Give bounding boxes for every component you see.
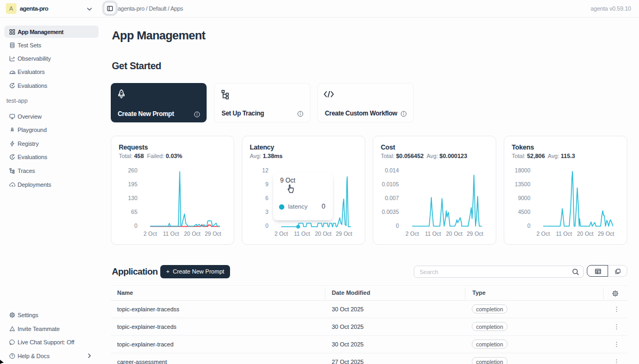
svg-text:0: 0 <box>527 222 530 229</box>
svg-text:20 Oct: 20 Oct <box>446 230 463 237</box>
svg-text:20 Oct: 20 Oct <box>184 230 201 237</box>
svg-text:0.014: 0.014 <box>385 167 399 173</box>
svg-text:20 Oct: 20 Oct <box>315 230 332 237</box>
svg-text:11 Oct: 11 Oct <box>163 230 179 237</box>
svg-text:11 Oct: 11 Oct <box>556 230 572 237</box>
svg-text:195: 195 <box>128 181 137 187</box>
svg-text:9: 9 <box>265 181 268 187</box>
svg-text:2 Oct: 2 Oct <box>536 230 550 237</box>
svg-text:18000: 18000 <box>515 167 530 173</box>
svg-text:0: 0 <box>134 222 137 229</box>
svg-text:29 Oct: 29 Oct <box>205 230 222 237</box>
svg-text:0: 0 <box>396 222 399 229</box>
svg-text:130: 130 <box>128 195 137 201</box>
svg-text:9000: 9000 <box>518 195 531 201</box>
svg-text:65: 65 <box>131 209 137 215</box>
svg-text:2 Oct: 2 Oct <box>274 230 288 237</box>
svg-text:0.0035: 0.0035 <box>382 209 399 215</box>
svg-text:4500: 4500 <box>518 209 531 215</box>
svg-text:29 Oct: 29 Oct <box>598 230 615 237</box>
svg-text:0.0105: 0.0105 <box>382 181 399 187</box>
svg-text:2 Oct: 2 Oct <box>143 230 157 237</box>
svg-text:11 Oct: 11 Oct <box>425 230 441 237</box>
svg-text:13500: 13500 <box>515 181 530 187</box>
svg-text:0.007: 0.007 <box>385 195 399 201</box>
svg-text:12: 12 <box>262 167 268 173</box>
svg-text:6: 6 <box>265 195 268 201</box>
svg-text:3: 3 <box>265 209 268 215</box>
svg-text:260: 260 <box>128 167 137 173</box>
svg-text:29 Oct: 29 Oct <box>336 230 353 237</box>
svg-text:2 Oct: 2 Oct <box>405 230 419 237</box>
svg-text:0: 0 <box>265 222 268 229</box>
svg-text:11 Oct: 11 Oct <box>294 230 310 237</box>
svg-text:29 Oct: 29 Oct <box>467 230 484 237</box>
svg-text:20 Oct: 20 Oct <box>577 230 594 237</box>
